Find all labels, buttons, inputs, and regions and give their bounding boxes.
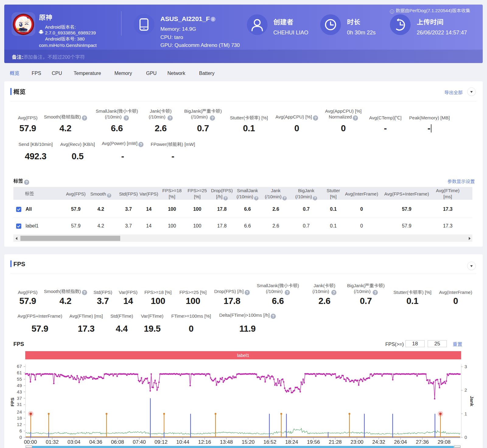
svg-text:18:24: 18:24 xyxy=(285,439,298,445)
svg-text:00:00: 00:00 xyxy=(24,439,37,445)
svg-text:09:12: 09:12 xyxy=(155,439,168,445)
svg-text:04:36: 04:36 xyxy=(89,439,102,445)
svg-text:49: 49 xyxy=(17,383,22,388)
svg-text:6: 6 xyxy=(19,428,22,433)
svg-text:FPS: FPS xyxy=(10,397,15,406)
svg-text:01:32: 01:32 xyxy=(46,439,59,445)
svg-text:21:28: 21:28 xyxy=(329,439,342,445)
svg-text:67: 67 xyxy=(17,364,22,369)
svg-text:24: 24 xyxy=(17,409,22,414)
svg-text:12:16: 12:16 xyxy=(198,439,211,445)
svg-text:07:40: 07:40 xyxy=(133,439,146,445)
svg-text:55: 55 xyxy=(17,376,22,382)
svg-text:18: 18 xyxy=(17,415,22,421)
svg-text:23:00: 23:00 xyxy=(351,439,364,445)
svg-text:27:36: 27:36 xyxy=(416,439,429,445)
svg-text:37: 37 xyxy=(17,396,22,401)
svg-text:15:20: 15:20 xyxy=(242,439,255,445)
svg-text:61: 61 xyxy=(17,370,22,375)
svg-text:13:48: 13:48 xyxy=(220,439,233,445)
svg-text:0: 0 xyxy=(19,435,22,440)
svg-text:1: 1 xyxy=(464,411,467,416)
svg-text:31: 31 xyxy=(17,402,22,407)
svg-text:26:04: 26:04 xyxy=(394,439,407,445)
svg-text:10:44: 10:44 xyxy=(176,439,189,445)
svg-text:0: 0 xyxy=(464,435,467,440)
svg-text:06:08: 06:08 xyxy=(111,439,124,445)
svg-text:19:56: 19:56 xyxy=(307,439,320,445)
svg-text:29:08: 29:08 xyxy=(438,439,451,445)
svg-text:2: 2 xyxy=(464,387,467,393)
svg-text:Jank: Jank xyxy=(469,396,475,407)
svg-text:03:04: 03:04 xyxy=(68,439,81,445)
svg-text:43: 43 xyxy=(17,389,22,394)
svg-text:˄OYOVERSˌ: ˄OYOVERSˌ xyxy=(18,30,30,32)
svg-text:24:32: 24:32 xyxy=(372,439,385,445)
svg-text:16:52: 16:52 xyxy=(263,439,276,445)
svg-text:3: 3 xyxy=(464,364,467,369)
svg-text:12: 12 xyxy=(17,422,22,427)
